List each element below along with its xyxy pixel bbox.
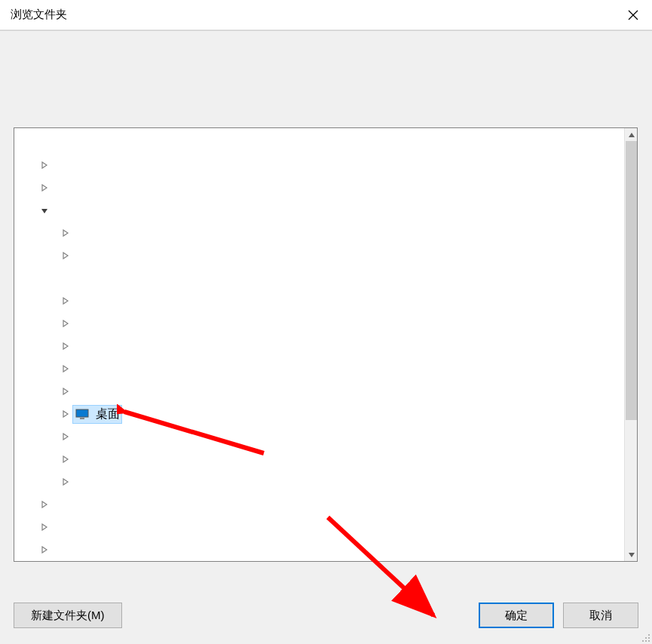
tree-item[interactable] xyxy=(14,516,624,538)
svg-rect-4 xyxy=(80,418,84,419)
chevron-right-icon[interactable] xyxy=(60,340,72,352)
tree-item[interactable] xyxy=(14,538,624,561)
dialog-body: 桌面 新建文件夹(M) 确定 取消 xyxy=(0,30,652,644)
button-bar: 新建文件夹(M) 确定 取消 xyxy=(14,600,638,630)
desktop-icon xyxy=(75,406,90,422)
chevron-right-icon[interactable] xyxy=(60,476,72,488)
ok-button[interactable]: 确定 xyxy=(479,603,554,628)
tree-item[interactable] xyxy=(14,312,624,335)
chevron-right-icon[interactable] xyxy=(38,498,51,511)
chevron-right-icon[interactable] xyxy=(60,453,72,465)
tree-item[interactable] xyxy=(14,267,624,290)
scrollbar[interactable] xyxy=(624,128,637,561)
window-title: 浏览文件夹 xyxy=(11,8,67,22)
folder-tree: 桌面 xyxy=(14,127,638,562)
scrollbar-thumb[interactable] xyxy=(626,141,637,420)
scroll-up-button[interactable] xyxy=(625,128,638,141)
tree-item[interactable] xyxy=(14,335,624,357)
tree-item[interactable] xyxy=(14,222,624,244)
tree-item-label: 桌面 xyxy=(96,406,120,422)
tree-item[interactable]: 桌面 xyxy=(14,403,624,425)
desktop-icon xyxy=(75,406,90,422)
tree-item[interactable] xyxy=(14,290,624,312)
close-button[interactable] xyxy=(614,0,652,30)
tree-item[interactable] xyxy=(14,448,624,471)
chevron-right-icon[interactable] xyxy=(60,385,72,397)
tree-item[interactable] xyxy=(14,380,624,403)
svg-point-7 xyxy=(648,634,650,636)
chevron-right-icon[interactable] xyxy=(60,431,72,443)
tree-item[interactable] xyxy=(14,425,624,448)
svg-rect-2 xyxy=(76,409,88,417)
chevron-right-icon[interactable] xyxy=(60,227,72,239)
folder-tree-viewport[interactable]: 桌面 xyxy=(14,128,624,561)
tree-item[interactable] xyxy=(14,131,624,154)
svg-point-10 xyxy=(642,640,644,642)
chevron-right-icon[interactable] xyxy=(38,521,51,533)
chevron-right-icon[interactable] xyxy=(60,250,72,262)
chevron-down-icon[interactable] xyxy=(38,204,51,216)
cancel-button[interactable]: 取消 xyxy=(563,603,638,628)
tree-item[interactable] xyxy=(14,176,624,199)
tree-item[interactable] xyxy=(14,493,624,516)
tree-item[interactable] xyxy=(14,199,624,222)
chevron-right-icon[interactable] xyxy=(38,159,51,171)
tree-item[interactable] xyxy=(14,357,624,380)
chevron-right-icon[interactable] xyxy=(60,363,72,375)
chevron-right-icon[interactable] xyxy=(60,295,72,307)
chevron-right-icon[interactable] xyxy=(60,408,72,420)
scroll-down-button[interactable] xyxy=(625,548,638,561)
chevron-right-icon[interactable] xyxy=(60,317,72,330)
tree-item[interactable] xyxy=(14,244,624,267)
chevron-right-icon[interactable] xyxy=(38,182,51,194)
resize-grip[interactable] xyxy=(640,632,650,642)
svg-point-9 xyxy=(648,637,650,639)
chevron-right-icon[interactable] xyxy=(38,544,51,556)
tree-item[interactable] xyxy=(14,471,624,493)
svg-point-12 xyxy=(648,640,650,642)
titlebar: 浏览文件夹 xyxy=(0,0,652,30)
close-icon xyxy=(628,10,638,20)
tree-item[interactable] xyxy=(14,154,624,176)
new-folder-button[interactable]: 新建文件夹(M) xyxy=(14,603,122,628)
svg-point-11 xyxy=(645,640,647,642)
svg-point-8 xyxy=(645,637,647,639)
